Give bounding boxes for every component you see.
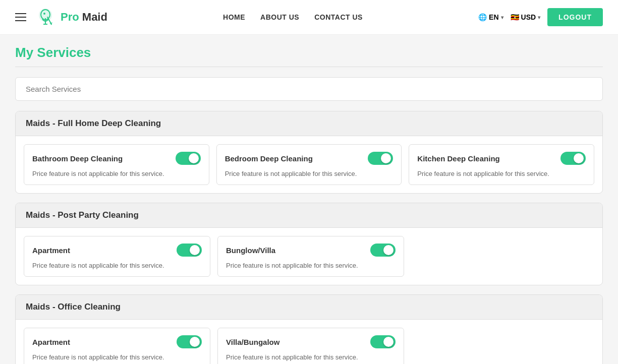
toggle-villa-office[interactable] xyxy=(370,335,396,348)
card-note-villa-office: Price feature is not applicable for this… xyxy=(226,353,396,361)
card-title-apartment-office: Apartment xyxy=(32,338,70,346)
card-title-kitchen-deep: Kitchen Deep Cleaning xyxy=(417,154,499,163)
service-card-bedroom-deep: Bedroom Deep CleaningPrice feature is no… xyxy=(216,144,402,185)
header: Pro Maid HOME ABOUT US CONTACT US 🌐 EN ▾… xyxy=(0,0,618,35)
group-header-group-post-party: Maids - Post Party Cleaning xyxy=(16,203,602,228)
currency-flag: 🇺🇬 xyxy=(511,13,519,21)
toggle-slider-bathroom-deep xyxy=(176,152,201,165)
group-header-group-full-home: Maids - Full Home Deep Cleaning xyxy=(16,111,602,136)
toggle-bedroom-deep[interactable] xyxy=(368,152,393,165)
card-header-bungalow-party: Bunglow/Villa xyxy=(226,244,396,257)
page-divider xyxy=(15,67,603,67)
group-header-group-office: Maids - Office Cleaning xyxy=(16,295,602,320)
currency-label: USD xyxy=(521,13,536,21)
main-nav: HOME ABOUT US CONTACT US xyxy=(223,13,363,21)
nav-home[interactable]: HOME xyxy=(223,13,245,21)
card-note-apartment-party: Price feature is not applicable for this… xyxy=(32,262,202,269)
service-card-apartment-party: ApartmentPrice feature is not applicable… xyxy=(24,236,210,277)
service-card-villa-office: Villa/BungalowPrice feature is not appli… xyxy=(217,328,404,364)
search-input[interactable] xyxy=(15,77,603,101)
service-group-group-full-home: Maids - Full Home Deep CleaningBathroom … xyxy=(15,111,603,194)
group-items-group-office: ApartmentPrice feature is not applicable… xyxy=(16,320,602,364)
card-note-bathroom-deep: Price feature is not applicable for this… xyxy=(32,170,201,177)
card-note-apartment-office: Price feature is not applicable for this… xyxy=(32,353,202,361)
card-title-bathroom-deep: Bathroom Deep Cleaning xyxy=(32,154,123,163)
card-header-kitchen-deep: Kitchen Deep Cleaning xyxy=(417,152,586,165)
logo-icon xyxy=(33,5,58,29)
service-card-bathroom-deep: Bathroom Deep CleaningPrice feature is n… xyxy=(24,144,209,185)
card-note-bedroom-deep: Price feature is not applicable for this… xyxy=(225,170,394,177)
header-right: 🌐 EN ▾ 🇺🇬 USD ▾ LOGOUT xyxy=(478,8,603,26)
group-items-group-post-party: ApartmentPrice feature is not applicable… xyxy=(16,228,602,285)
lang-label: EN xyxy=(489,13,498,21)
group-items-group-full-home: Bathroom Deep CleaningPrice feature is n… xyxy=(16,136,602,193)
card-header-villa-office: Villa/Bungalow xyxy=(226,335,396,348)
currency-chevron-icon: ▾ xyxy=(538,15,540,20)
nav-about[interactable]: ABOUT US xyxy=(260,13,299,21)
toggle-apartment-office[interactable] xyxy=(177,335,202,348)
logout-button[interactable]: LOGOUT xyxy=(547,8,603,26)
card-title-bedroom-deep: Bedroom Deep Cleaning xyxy=(225,154,313,163)
currency-selector[interactable]: 🇺🇬 USD ▾ xyxy=(511,13,541,21)
lang-flag: 🌐 xyxy=(478,13,487,21)
toggle-slider-apartment-office xyxy=(177,335,202,348)
header-left: Pro Maid xyxy=(15,5,107,29)
service-group-group-office: Maids - Office CleaningApartmentPrice fe… xyxy=(15,294,603,364)
service-card-kitchen-deep: Kitchen Deep CleaningPrice feature is no… xyxy=(409,144,594,185)
lang-chevron-icon: ▾ xyxy=(501,15,503,20)
toggle-apartment-party[interactable] xyxy=(177,244,202,257)
card-title-bungalow-party: Bunglow/Villa xyxy=(226,246,275,255)
card-title-apartment-party: Apartment xyxy=(32,246,70,255)
svg-point-2 xyxy=(43,13,45,15)
logo: Pro Maid xyxy=(33,5,107,29)
hamburger-menu[interactable] xyxy=(15,13,26,21)
toggle-slider-apartment-party xyxy=(177,244,202,257)
service-card-bungalow-party: Bunglow/VillaPrice feature is not applic… xyxy=(217,236,404,277)
service-groups-container: Maids - Full Home Deep CleaningBathroom … xyxy=(15,111,603,364)
card-header-apartment-office: Apartment xyxy=(32,335,202,348)
toggle-slider-kitchen-deep xyxy=(560,152,586,165)
toggle-slider-bedroom-deep xyxy=(368,152,393,165)
service-group-group-post-party: Maids - Post Party CleaningApartmentPric… xyxy=(15,203,603,285)
card-header-apartment-party: Apartment xyxy=(32,244,202,257)
page-title: My Services xyxy=(15,45,603,60)
page-content: My Services Maids - Full Home Deep Clean… xyxy=(0,35,618,364)
service-card-apartment-office: ApartmentPrice feature is not applicable… xyxy=(24,328,210,364)
search-bar-wrapper xyxy=(15,77,603,101)
card-header-bedroom-deep: Bedroom Deep Cleaning xyxy=(225,152,394,165)
toggle-bathroom-deep[interactable] xyxy=(176,152,201,165)
nav-contact[interactable]: CONTACT US xyxy=(314,13,363,21)
toggle-slider-villa-office xyxy=(370,335,396,348)
card-note-bungalow-party: Price feature is not applicable for this… xyxy=(226,262,396,269)
toggle-slider-bungalow-party xyxy=(370,244,396,257)
toggle-kitchen-deep[interactable] xyxy=(560,152,586,165)
language-selector[interactable]: 🌐 EN ▾ xyxy=(478,13,503,21)
logo-text: Pro Maid xyxy=(61,11,107,24)
card-header-bathroom-deep: Bathroom Deep Cleaning xyxy=(32,152,201,165)
card-note-kitchen-deep: Price feature is not applicable for this… xyxy=(417,170,586,177)
card-title-villa-office: Villa/Bungalow xyxy=(226,338,279,346)
toggle-bungalow-party[interactable] xyxy=(370,244,396,257)
